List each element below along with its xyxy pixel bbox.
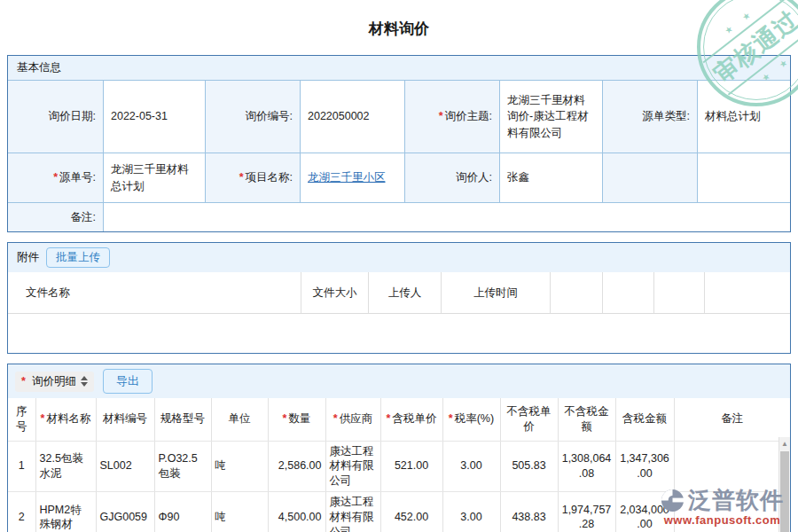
attachments-column-header: [653, 272, 704, 314]
detail-table-cell: 4,500.00: [268, 492, 325, 532]
detail-table-cell: GJG0059: [96, 492, 154, 532]
attachments-column-header: [704, 272, 790, 314]
detail-table-cell: [674, 492, 790, 532]
source-no-label: * 源单号:: [8, 153, 103, 202]
field-label: 询价主题:: [445, 108, 492, 124]
field-label: 询价人:: [456, 169, 492, 185]
detail-table-cell: 3.00: [442, 441, 500, 492]
detail-column-header: 材料编号: [96, 398, 154, 441]
page-title: 材料询价: [0, 0, 798, 37]
detail-table-cell: 2,034,000.00: [615, 492, 674, 532]
empty-label-cell: [602, 153, 697, 202]
inquiry-no-label: 询价编号:: [205, 80, 300, 153]
basic-info-grid: 询价日期: 2022-05-31 询价编号: 2022050002 * 询价主题…: [8, 80, 790, 231]
detail-column-header: 单位: [211, 398, 268, 441]
attachments-section: 附件 批量上传 文件名称文件大小上传人上传时间: [7, 242, 791, 354]
source-no-value: 龙湖三千里材料总计划: [103, 153, 205, 202]
detail-table-cell: P.O32.5包装: [154, 441, 211, 492]
required-marker: *: [283, 412, 287, 425]
detail-title: 询价明细: [32, 374, 76, 389]
required-marker: *: [449, 412, 453, 425]
field-label: 源单类型:: [643, 108, 690, 124]
required-marker: *: [439, 108, 443, 124]
detail-table-cell: [674, 441, 790, 492]
attachments-column-header: 上传时间: [441, 272, 550, 314]
inquirer-value: 张鑫: [499, 153, 602, 202]
inquiry-subject-value: 龙湖三千里材料询价-康达工程材料有限公司: [499, 80, 602, 153]
detail-column-header: *含税单价: [380, 398, 442, 441]
field-label: 备注:: [71, 209, 96, 225]
sort-down-icon: [81, 382, 88, 387]
required-marker: *: [53, 169, 58, 185]
detail-column-header: *数量: [268, 398, 325, 441]
detail-header-row: 序号*材料名称材料编号规格型号单位*数量*供应商*含税单价*税率(%)不含税单价…: [8, 398, 790, 441]
detail-table-row: 2HPM2特殊钢材GJG0059Φ90吨4,500.00康达工程材料有限公司45…: [8, 492, 790, 532]
inquiry-subject-label: * 询价主题:: [404, 80, 499, 153]
inquirer-label: 询价人:: [404, 153, 499, 202]
project-name-cell: 龙湖三千里小区: [300, 153, 404, 202]
attachments-column-header: [550, 272, 602, 314]
detail-table-cell: 452.00: [380, 492, 442, 532]
detail-toolbar: * 询价明细 导出: [8, 364, 790, 398]
detail-table-cell: 521.00: [380, 441, 442, 492]
attachments-header-row: 文件名称文件大小上传人上传时间: [8, 272, 790, 314]
required-marker: *: [387, 412, 391, 425]
detail-table-cell: 吨: [211, 492, 268, 532]
detail-table-cell: 2,586.00: [268, 441, 325, 492]
export-button[interactable]: 导出: [103, 369, 153, 394]
detail-table-cell: 505.83: [500, 441, 558, 492]
required-marker: *: [239, 169, 244, 185]
required-marker: *: [333, 412, 338, 425]
attachments-column-header: 文件名称: [8, 272, 301, 314]
detail-table-cell: 2: [8, 492, 35, 532]
batch-upload-button[interactable]: 批量上传: [46, 247, 110, 268]
detail-table-cell: 32.5包装水泥: [35, 441, 96, 492]
project-name-label: * 项目名称:: [205, 153, 300, 202]
field-label: 询价编号:: [246, 108, 293, 124]
detail-table-body: 132.5包装水泥SL002P.O32.5包装吨2,586.00康达工程材料有限…: [8, 441, 790, 532]
remark-label: 备注:: [8, 202, 103, 231]
detail-table-cell: 1: [8, 441, 35, 492]
detail-column-header: *材料名称: [35, 398, 96, 441]
detail-table-cell: 1,974,757.28: [558, 492, 615, 532]
detail-table: 序号*材料名称材料编号规格型号单位*数量*供应商*含税单价*税率(%)不含税单价…: [8, 398, 790, 532]
detail-table-cell: HPM2特殊钢材: [35, 492, 96, 532]
scrollbar-thumb[interactable]: [780, 451, 789, 532]
detail-table-cell: 3.00: [442, 492, 500, 532]
detail-table-row: 132.5包装水泥SL002P.O32.5包装吨2,586.00康达工程材料有限…: [8, 441, 790, 492]
remark-value: [103, 202, 790, 231]
detail-table-cell: 康达工程材料有限公司: [325, 441, 380, 492]
field-label: 源单号:: [59, 169, 96, 185]
detail-table-cell: 438.83: [500, 492, 558, 532]
detail-table-cell: 1,308,064.08: [558, 441, 615, 492]
scroll-up-button[interactable]: ▲: [779, 437, 790, 450]
required-marker: *: [21, 375, 26, 387]
detail-title-box: * 询价明细: [15, 372, 94, 392]
field-label: 项目名称:: [246, 169, 293, 185]
basic-info-header: 基本信息: [8, 56, 790, 80]
field-label: 询价日期:: [49, 108, 96, 124]
detail-column-header: 序号: [8, 398, 35, 441]
detail-column-header: 规格型号: [154, 398, 211, 441]
detail-table-cell: 康达工程材料有限公司: [325, 492, 380, 532]
source-type-value: 材料总计划: [697, 80, 790, 153]
empty-value-cell: [697, 153, 790, 202]
detail-column-header: 不含税单价: [500, 398, 558, 441]
basic-info-title: 基本信息: [17, 60, 61, 75]
basic-info-section: 基本信息 询价日期: 2022-05-31 询价编号: 2022050002 *…: [7, 55, 791, 232]
attachments-title: 附件: [17, 250, 39, 265]
attachments-column-header: 上传人: [368, 272, 441, 314]
attachments-table-body: [8, 314, 790, 353]
project-name-link[interactable]: 龙湖三千里小区: [308, 169, 386, 185]
sort-icon[interactable]: [81, 376, 88, 387]
vertical-scrollbar[interactable]: ▲: [778, 437, 790, 532]
source-type-label: 源单类型:: [602, 80, 697, 153]
detail-column-header: 含税金额: [615, 398, 674, 441]
required-marker: *: [41, 412, 45, 425]
inquiry-no-value: 2022050002: [300, 80, 404, 153]
inquiry-date-label: 询价日期:: [8, 80, 103, 153]
detail-table-cell: 吨: [211, 441, 268, 492]
detail-column-header: 备注: [674, 398, 790, 441]
detail-table-cell: SL002: [96, 441, 154, 492]
attachments-column-header: [602, 272, 653, 314]
